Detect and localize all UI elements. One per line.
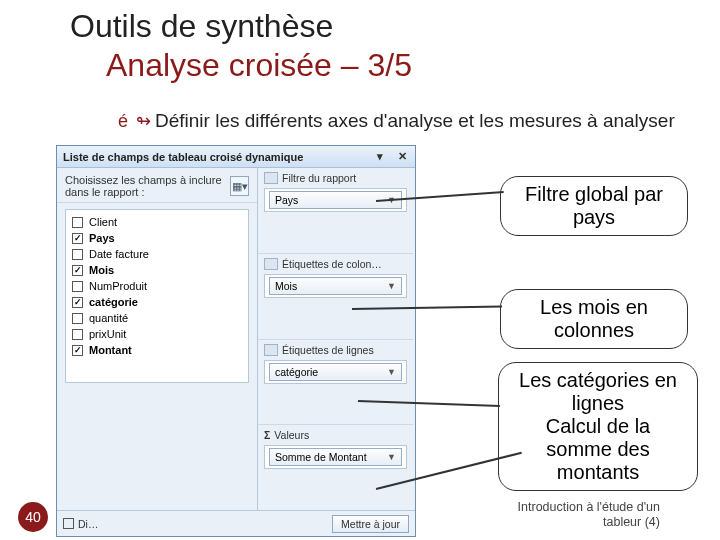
panel-title: Liste de champs de tableau croisé dynami… bbox=[63, 151, 303, 163]
field-label: Mois bbox=[89, 264, 114, 276]
filter-icon bbox=[264, 172, 278, 184]
field-item[interactable]: quantité bbox=[72, 310, 242, 326]
zone-title-text: Étiquettes de lignes bbox=[282, 344, 374, 356]
update-button[interactable]: Mettre à jour bbox=[332, 515, 409, 533]
panel-header: Liste de champs de tableau croisé dynami… bbox=[57, 146, 415, 168]
page-number-badge: 40 bbox=[18, 502, 48, 532]
rows-icon bbox=[264, 344, 278, 356]
field-label: catégorie bbox=[89, 296, 138, 308]
field-item[interactable]: Montant bbox=[72, 342, 242, 358]
title-line1: Outils de synthèse bbox=[70, 8, 412, 45]
callout-columns: Les mois en colonnes bbox=[500, 289, 688, 349]
chip-mois[interactable]: Mois▼ bbox=[269, 277, 402, 295]
chip-label: Somme de Montant bbox=[275, 451, 367, 463]
footer-note: Introduction à l'étude d'un tableur (4) bbox=[518, 500, 660, 530]
field-label: NumProduit bbox=[89, 280, 147, 292]
field-label: Date facture bbox=[89, 248, 149, 260]
zone-report-filter[interactable]: Filtre du rapport Pays▼ bbox=[258, 168, 413, 254]
field-item[interactable]: catégorie bbox=[72, 294, 242, 310]
slide: Outils de synthèse Analyse croisée – 3/5… bbox=[0, 0, 720, 540]
checkbox-icon[interactable] bbox=[72, 249, 83, 260]
chip-categorie[interactable]: catégorie▼ bbox=[269, 363, 402, 381]
instruction-text: Choisissez les champs à inclure dans le … bbox=[65, 174, 230, 198]
checkbox-icon[interactable] bbox=[72, 345, 83, 356]
bullet-glyph: ↬ bbox=[136, 110, 151, 132]
checkbox-icon[interactable] bbox=[72, 281, 83, 292]
footer-note-text: Introduction à l'étude d'un tableur (4) bbox=[518, 500, 660, 529]
fields-list: Client Pays Date facture Mois NumProduit… bbox=[65, 209, 249, 383]
callout-text: Filtre global par pays bbox=[525, 183, 663, 228]
zone-values[interactable]: ΣValeurs Somme de Montant▼ bbox=[258, 425, 413, 510]
field-item[interactable]: Date facture bbox=[72, 246, 242, 262]
checkbox-icon[interactable] bbox=[72, 297, 83, 308]
chevron-down-icon[interactable]: ▼ bbox=[387, 281, 396, 291]
bullet: é︎ ↬ Définir les différents axes d'analy… bbox=[118, 110, 675, 132]
chevron-down-icon[interactable]: ▼ bbox=[387, 452, 396, 462]
bullet-icon: é︎ bbox=[118, 111, 128, 132]
chip-label: Pays bbox=[275, 194, 298, 206]
checkbox-icon[interactable] bbox=[72, 329, 83, 340]
field-label: Pays bbox=[89, 232, 115, 244]
field-label: Client bbox=[89, 216, 117, 228]
checkbox-icon[interactable] bbox=[72, 233, 83, 244]
zone-column-labels[interactable]: Étiquettes de colon… Mois▼ bbox=[258, 254, 413, 340]
callout-rows-values: Les catégories en lignes Calcul de la so… bbox=[498, 362, 698, 491]
chip-label: Mois bbox=[275, 280, 297, 292]
callout-filter: Filtre global par pays bbox=[500, 176, 688, 236]
chip-label: catégorie bbox=[275, 366, 318, 378]
zone-title-text: Valeurs bbox=[274, 429, 309, 441]
bullet-text: Définir les différents axes d'analyse et… bbox=[155, 110, 675, 132]
chip-somme-montant[interactable]: Somme de Montant▼ bbox=[269, 448, 402, 466]
page-number: 40 bbox=[25, 509, 41, 525]
field-label: quantité bbox=[89, 312, 128, 324]
close-icon[interactable]: ✕ bbox=[395, 150, 409, 164]
zone-title-text: Étiquettes de colon… bbox=[282, 258, 382, 270]
chevron-down-icon[interactable]: ▾ bbox=[373, 150, 387, 164]
sigma-icon: Σ bbox=[264, 429, 270, 441]
drop-zones: Filtre du rapport Pays▼ Étiquettes de co… bbox=[257, 168, 413, 510]
field-item[interactable]: NumProduit bbox=[72, 278, 242, 294]
field-label: prixUnit bbox=[89, 328, 126, 340]
columns-icon bbox=[264, 258, 278, 270]
field-label: Montant bbox=[89, 344, 132, 356]
checkbox-icon[interactable] bbox=[63, 518, 74, 529]
zone-row-labels[interactable]: Étiquettes de lignes catégorie▼ bbox=[258, 340, 413, 426]
slide-title: Outils de synthèse Analyse croisée – 3/5 bbox=[70, 8, 412, 84]
layout-options-button[interactable]: ▦▾ bbox=[230, 176, 249, 196]
instruction-row: Choisissez les champs à inclure dans le … bbox=[57, 168, 257, 203]
chevron-down-icon[interactable]: ▼ bbox=[387, 367, 396, 377]
panel-left-column: Choisissez les champs à inclure dans le … bbox=[57, 168, 257, 389]
callout-text: Les mois en colonnes bbox=[540, 296, 648, 341]
checkbox-icon[interactable] bbox=[72, 313, 83, 324]
field-item[interactable]: prixUnit bbox=[72, 326, 242, 342]
checkbox-icon[interactable] bbox=[72, 217, 83, 228]
checkbox-icon[interactable] bbox=[72, 265, 83, 276]
panel-footer: Di… Mettre à jour bbox=[57, 510, 415, 536]
field-item[interactable]: Client bbox=[72, 214, 242, 230]
defer-label: Di… bbox=[78, 518, 98, 530]
field-item[interactable]: Mois bbox=[72, 262, 242, 278]
zone-title-text: Filtre du rapport bbox=[282, 172, 356, 184]
field-item[interactable]: Pays bbox=[72, 230, 242, 246]
pivot-field-list-panel: Liste de champs de tableau croisé dynami… bbox=[56, 145, 416, 537]
callout-text: Les catégories en lignes Calcul de la so… bbox=[519, 369, 677, 483]
title-line2: Analyse croisée – 3/5 bbox=[106, 47, 412, 84]
